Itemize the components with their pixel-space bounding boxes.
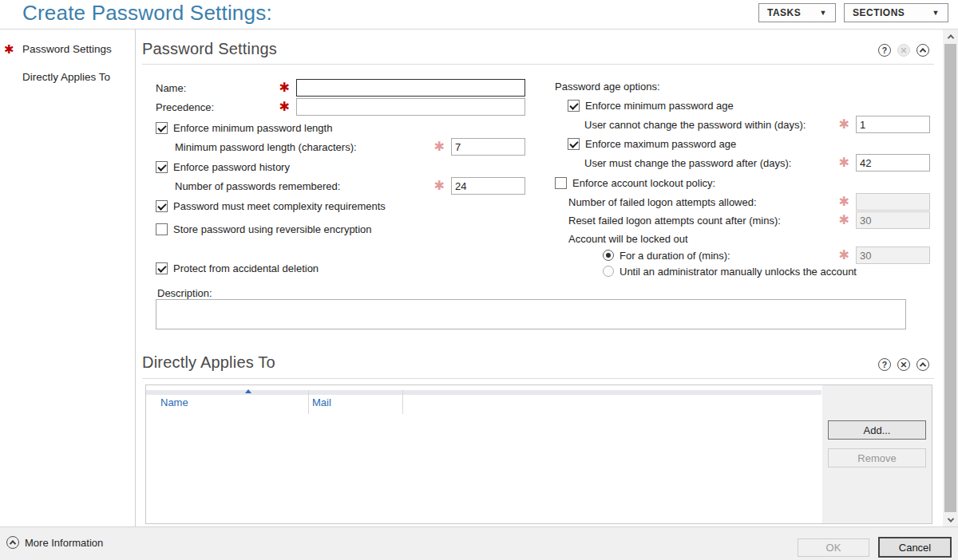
section-divider	[142, 64, 934, 65]
complexity-row: Password must meet complexity requiremen…	[156, 199, 525, 213]
name-input[interactable]	[296, 79, 525, 97]
enforce-max-age-row: Enforce maximum password age	[568, 136, 930, 151]
lockout-checkbox-label[interactable]: Enforce account lockout policy:	[572, 177, 715, 189]
close-section-icon[interactable]: ✕	[897, 358, 910, 371]
required-asterisk-icon: ✱	[839, 249, 849, 262]
applies-to-table: Name Mail Add... Remove	[145, 385, 932, 524]
collapse-icon	[6, 536, 19, 549]
complexity-checkbox-label[interactable]: Password must meet complexity requiremen…	[173, 200, 386, 212]
min-length-checkbox[interactable]	[156, 122, 168, 134]
max-age-checkbox[interactable]	[568, 138, 580, 150]
max-age-label: User must change the password after (day…	[584, 157, 791, 169]
more-information-label: More Information	[25, 537, 103, 549]
column-header-mail[interactable]: Mail	[312, 396, 331, 408]
required-asterisk-icon: ✱	[4, 43, 14, 55]
precedence-input[interactable]	[296, 98, 525, 116]
complexity-checkbox[interactable]	[156, 200, 168, 212]
min-age-input[interactable]	[856, 116, 930, 133]
reset-count-row: Reset failed logon attempts count after …	[568, 211, 930, 230]
age-options-row: Password age options:	[555, 77, 930, 96]
min-age-value-row: User cannot change the password within (…	[584, 115, 930, 134]
help-icon[interactable]: ?	[878, 44, 891, 57]
until-admin-row: Until an administrator manually unlocks …	[603, 264, 930, 278]
history-count-row: Number of passwords remembered: ✱	[175, 176, 525, 195]
ok-button: OK	[798, 538, 869, 557]
protect-deletion-row: Protect from accidental deletion	[156, 261, 525, 275]
scrollbar-down-button[interactable]	[943, 513, 958, 526]
enforce-min-length-row: Enforce minimum password length	[156, 120, 525, 135]
protect-deletion-checkbox[interactable]	[156, 262, 168, 274]
required-asterisk-icon: ✱	[839, 118, 849, 131]
cancel-button[interactable]: Cancel	[878, 537, 952, 558]
required-asterisk-icon: ✱	[279, 101, 290, 113]
precedence-row: Precedence: ✱	[156, 97, 525, 116]
header-buttons: TASKS ▼ SECTIONS ▼	[758, 3, 948, 22]
password-settings-section-controls: ? ✕	[878, 44, 929, 57]
scrollbar-thumb[interactable]	[944, 44, 956, 512]
window-header: Create Password Settings: TASKS ▼ SECTIO…	[0, 0, 958, 30]
until-admin-radio-label[interactable]: Until an administrator manually unlocks …	[620, 266, 857, 278]
column-divider	[402, 390, 403, 414]
min-length-checkbox-label[interactable]: Enforce minimum password length	[173, 122, 332, 134]
history-count-label: Number of passwords remembered:	[175, 180, 340, 192]
more-information-toggle[interactable]: More Information	[6, 536, 103, 549]
sort-ascending-icon	[245, 389, 251, 393]
required-asterisk-icon: ✱	[839, 156, 849, 169]
chevron-up-icon	[920, 362, 926, 369]
duration-row: For a duration of (mins): ✱	[603, 246, 930, 265]
sidebar-item-directly-applies-to[interactable]: Directly Applies To	[0, 70, 135, 85]
table-button-rail: Add... Remove	[822, 385, 932, 523]
failed-attempts-row: Number of failed logon attempts allowed:…	[568, 192, 930, 211]
history-checkbox[interactable]	[156, 161, 168, 173]
name-row: Name: ✱	[156, 78, 525, 97]
chevron-down-icon	[947, 515, 953, 522]
reversible-row: Store password using reversible encrypti…	[156, 222, 525, 236]
failed-attempts-input	[856, 193, 930, 211]
add-button[interactable]: Add...	[828, 420, 926, 440]
section-nav-sidebar: ✱ Password Settings Directly Applies To	[0, 30, 136, 526]
lockout-row: Enforce account lockout policy:	[555, 175, 930, 190]
collapse-section-icon[interactable]	[916, 358, 929, 371]
history-count-input[interactable]	[451, 177, 525, 195]
sections-button-label: SECTIONS	[853, 7, 905, 18]
locked-out-label: Account will be locked out	[568, 233, 688, 245]
enforce-min-age-row: Enforce minimum password age	[568, 98, 930, 112]
collapse-section-icon[interactable]	[916, 44, 929, 57]
duration-radio[interactable]	[603, 250, 614, 261]
protect-deletion-checkbox-label[interactable]: Protect from accidental deletion	[173, 262, 319, 274]
column-divider	[308, 390, 309, 414]
dropdown-icon: ▼	[932, 9, 940, 17]
min-length-input[interactable]	[451, 138, 525, 156]
description-textarea[interactable]	[156, 299, 906, 329]
required-asterisk-icon: ✱	[839, 214, 849, 227]
min-age-label: User cannot change the password within (…	[584, 119, 806, 131]
footer-buttons: OK Cancel	[798, 537, 952, 558]
scrollbar-up-button[interactable]	[943, 30, 958, 43]
reset-count-label: Reset failed logon attempts count after …	[568, 215, 781, 227]
min-age-checkbox-label[interactable]: Enforce minimum password age	[585, 100, 734, 112]
history-checkbox-label[interactable]: Enforce password history	[173, 161, 290, 173]
min-age-checkbox[interactable]	[568, 100, 580, 112]
duration-radio-label[interactable]: For a duration of (mins):	[620, 250, 730, 262]
tasks-button[interactable]: TASKS ▼	[758, 3, 836, 22]
chevron-up-icon	[920, 48, 926, 54]
reversible-checkbox[interactable]	[156, 223, 168, 235]
max-age-value-row: User must change the password after (day…	[584, 153, 930, 172]
page-title: Create Password Settings:	[22, 1, 272, 26]
min-length-label: Minimum password length (characters):	[175, 141, 357, 153]
sections-button[interactable]: SECTIONS ▼	[844, 3, 948, 22]
column-header-name[interactable]: Name	[160, 396, 188, 408]
max-age-input[interactable]	[856, 154, 930, 172]
required-asterisk-icon: ✱	[839, 195, 849, 208]
until-admin-radio[interactable]	[603, 266, 614, 277]
reversible-checkbox-label[interactable]: Store password using reversible encrypti…	[173, 223, 372, 235]
directly-applies-to-section-controls: ? ✕	[878, 358, 929, 371]
directly-applies-to-section-title: Directly Applies To	[142, 353, 275, 372]
footer-bar: More Information OK Cancel	[0, 526, 958, 560]
lockout-checkbox[interactable]	[555, 177, 567, 189]
help-icon[interactable]: ?	[878, 358, 891, 371]
name-label: Name:	[156, 82, 186, 94]
sidebar-item-password-settings[interactable]: ✱ Password Settings	[0, 42, 135, 57]
vertical-scrollbar[interactable]	[943, 30, 958, 526]
max-age-checkbox-label[interactable]: Enforce maximum password age	[585, 138, 736, 150]
